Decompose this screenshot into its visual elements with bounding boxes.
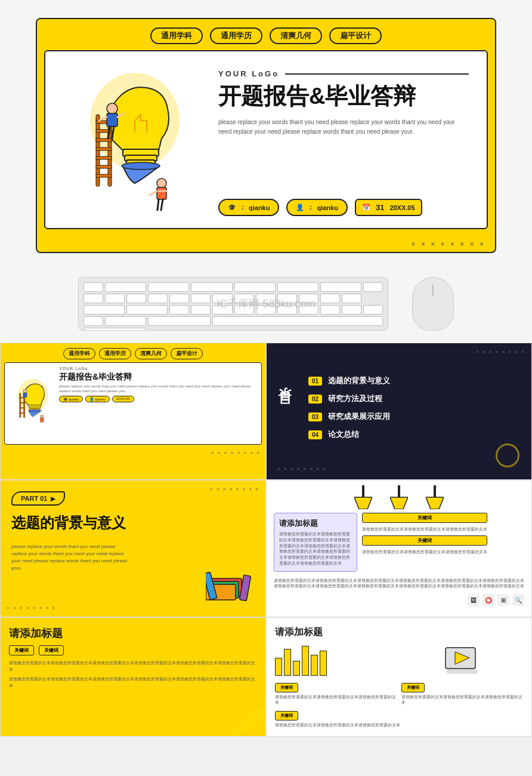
key: [191, 282, 232, 292]
mini-bulb-svg: [8, 367, 53, 438]
toc-num-4: 04: [308, 430, 322, 439]
badge2-label: ：: [307, 203, 314, 212]
tag-1[interactable]: 通用学科: [150, 27, 203, 44]
key: [83, 316, 103, 326]
ms1-subtitle: please replace your words thant you need…: [59, 384, 255, 394]
ms4-kw2-text: 请替换您所需要的文本请替换您所需要的文本请替换您所需要的文本: [362, 549, 487, 555]
ms5-triangle-deco: [230, 704, 265, 736]
ms6-text2: 请替换您所需要的文本请替换您所需要的文本请替换您所需要的文本: [401, 694, 523, 705]
mini-slide-keywords: 请添加标题 请替换您所需要的文本请替换您所需要的文本请替换您所需要的文本请替换您…: [266, 480, 532, 617]
toc-item-1: 01 选题的背景与意义: [308, 375, 519, 386]
svg-rect-10: [96, 147, 112, 150]
svg-rect-9: [96, 138, 112, 141]
key: [105, 316, 146, 326]
svg-line-25: [161, 199, 163, 210]
ms6-kw3-row: 关键词 请替换您所需要的文本请替换您所需要的文本请替换您所需要的文本: [275, 709, 523, 728]
mini-slide-toc: × × × × × × × × 目录 01 选题的背景与意义 02 研究方法及过…: [266, 343, 532, 480]
ms6-bar-6: [320, 651, 327, 676]
books-decoration: [206, 566, 253, 605]
toc-label-3: 研究成果展示应用: [328, 411, 390, 422]
badge2-value: qianku: [317, 204, 338, 211]
ms4-icon-circle: ⭕: [482, 594, 494, 606]
ms4-icon-zoom: 🔍: [512, 594, 524, 606]
ms6-media-area: [401, 643, 523, 676]
ms6-chart: [275, 646, 397, 676]
ms5-text2: 请替换您所需要的文本请替换您所需要的文本请替换您所需要的文本请替换您所需要的文本…: [9, 676, 257, 689]
calendar-icon: 📅: [362, 204, 370, 211]
toc-item-4: 04 论文总结: [308, 429, 519, 440]
keyboard-section: IC千库网 588ku.com: [0, 265, 532, 343]
part-label: PART 01 ▶: [11, 491, 65, 506]
ms6-grid: 关键词 请替换您所需要的文本请替换您所需要的文本请替换您所需要的文本 关键词 请…: [275, 643, 523, 705]
mini-slide-5: 请添加标题 关键词 关键词 请替换您所需要的文本请替换您所需要的文本请替换您所需…: [0, 617, 266, 737]
lamp-svg-3: [426, 485, 444, 509]
key: [299, 294, 318, 303]
key: [191, 294, 211, 303]
ms6-text1: 请替换您所需要的文本请替换您所需要的文本请替换您所需要的文本: [275, 694, 397, 705]
toc-item-3: 03 研究成果展示应用: [308, 411, 519, 422]
key: [256, 305, 276, 315]
ms6-bar-2: [284, 649, 291, 676]
top-slide-wrapper: 通用学科 通用学历 清爽几何 扁平设计: [0, 0, 532, 265]
ms6-bar-5: [311, 655, 318, 676]
ms4-kw1: 关键词: [362, 513, 487, 523]
slide-content: YOUR LoGo 开题报告&毕业答辩 please replace your …: [44, 50, 488, 229]
svg-point-20: [157, 178, 166, 188]
date-value: 20XX.05: [389, 204, 415, 211]
ms4-description: 请替换您所需要的文本请替换您所需要的文本请替换您所需要的文本请替换您所需要的文本…: [279, 531, 352, 566]
svg-rect-46: [362, 485, 364, 497]
main-title: 开题报告&毕业答辩: [218, 83, 469, 110]
svg-marker-51: [426, 497, 444, 509]
lamp-svg-2: [390, 485, 408, 509]
svg-rect-33: [20, 397, 25, 398]
key: [320, 294, 340, 303]
mini-slide-6: 请添加标题: [266, 617, 532, 737]
ms6-kw3: 关键词: [275, 711, 298, 720]
key: [148, 294, 168, 303]
tag-3[interactable]: 清爽几何: [270, 27, 322, 44]
toc-label-2: 研究方法及过程: [328, 393, 382, 404]
key: [83, 328, 146, 331]
ms1-tag-3: 清爽几何: [135, 348, 167, 359]
ms6-title: 请添加标题: [275, 626, 523, 639]
key: [83, 294, 103, 303]
ms1-logo: YOUR LoGo: [59, 367, 255, 371]
ms6-kw-col2: 关键词 请替换您所需要的文本请替换您所需要的文本请替换您所需要的文本: [401, 680, 523, 705]
key: [148, 316, 211, 326]
svg-line-22: [150, 191, 157, 195]
key: [342, 305, 361, 315]
badge-person: 👤 ： qianku: [286, 199, 347, 216]
toc-num-1: 01: [308, 377, 322, 386]
tag-2[interactable]: 通用学历: [210, 27, 262, 44]
mouse-image: [412, 277, 454, 331]
tag-4[interactable]: 扁平设计: [329, 27, 382, 44]
ms5-kw1: 关键词: [9, 645, 34, 655]
toc-label-4: 论文总结: [328, 429, 359, 440]
ms1-inner-content: YOUR LoGo 开题报告&毕业答辩 please replace your …: [4, 362, 262, 445]
person-icon: 👤: [296, 204, 304, 211]
ms4-content-box: 请添加标题 请替换您所需要的文本请替换您所需要的文本请替换您所需要的文本请替换您…: [274, 513, 357, 572]
key: [363, 282, 383, 292]
ms4-icons-row: 🖼 ⭕ ⊞ 🔍: [267, 592, 531, 608]
date-number: 31: [373, 203, 386, 212]
badge1-value: qianku: [249, 204, 270, 211]
ms6-kw-col1: 关键词 请替换您所需要的文本请替换您所需要的文本请替换您所需要的文本: [275, 680, 397, 705]
key: [320, 305, 340, 315]
key: [126, 305, 168, 315]
key: [320, 282, 361, 292]
ms5-content: 请添加标题 关键词 关键词 请替换您所需要的文本请替换您所需要的文本请替换您所需…: [1, 618, 265, 697]
ms6-bar-3: [293, 661, 300, 676]
svg-rect-48: [398, 485, 400, 497]
main-slide: 通用学科 通用学历 清爽几何 扁平设计: [36, 18, 496, 253]
part-arrow: ▶: [51, 495, 55, 502]
ms3-deco-dots: × × × × × × × ×: [210, 486, 259, 492]
svg-point-37: [23, 389, 27, 393]
key: [169, 294, 189, 303]
bulb-svg: [63, 61, 194, 222]
ms6-text3: 请替换您所需要的文本请替换您所需要的文本请替换您所需要的文本: [275, 722, 523, 728]
lamp-decorations: [267, 481, 531, 509]
ms4-keywords-col: 关键词 请替换您所需要的文本请替换您所需要的文本请替换您所需要的文本 关键词 请…: [362, 513, 487, 572]
ms1-tags: 通用学科 通用学历 清爽几何 扁平设计: [1, 343, 265, 362]
ms6-chart-area: [275, 643, 397, 676]
key: [212, 316, 383, 326]
